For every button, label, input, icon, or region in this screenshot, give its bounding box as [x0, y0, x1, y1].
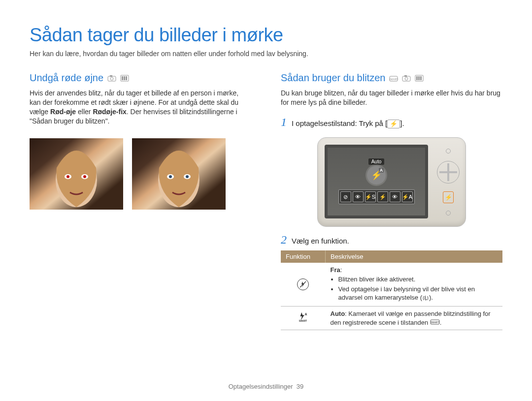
flash-opt-slow-icon: ⚡S	[365, 191, 376, 202]
flash-button-icon: ⚡	[387, 120, 400, 128]
flash-off-icon	[297, 278, 309, 290]
indicator-led	[446, 149, 451, 154]
flash-opt-fill-icon: ⚡	[377, 191, 388, 202]
step-1-number: 1	[281, 116, 287, 128]
step-2-text: Vælg en funktion.	[292, 237, 349, 245]
svg-rect-25	[420, 76, 422, 80]
page-title: Sådan tager du billeder i mørke	[30, 25, 502, 46]
svg-point-21	[405, 77, 408, 80]
svg-rect-4	[122, 76, 123, 80]
step-2-number: 2	[281, 234, 287, 246]
flash-opt-auto-icon: ⚡A	[402, 191, 413, 202]
svg-rect-20	[404, 75, 407, 77]
svg-rect-5	[124, 76, 125, 80]
row1-bullet-2: Ved optagelse i lav belysning vil der bl…	[338, 285, 498, 302]
flash-opt-redeye-icon: 👁	[353, 191, 364, 202]
step-1-pre: I optagelsestilstand: Tryk på [	[292, 119, 387, 127]
flash-auto-icon	[367, 166, 386, 185]
table-row: ASMART Auto: Kameraet vil vælge en passe…	[281, 307, 502, 330]
row2-post: .	[440, 319, 442, 326]
left-body-bold-1: Rød-øje	[50, 108, 76, 116]
step-1-post: ].	[400, 119, 404, 127]
right-body: Du kan bruge blitzen, når du tager bille…	[281, 89, 502, 107]
row1-b2-pre: Ved optagelse i lav belysning vil der bl…	[338, 285, 475, 302]
dpad	[437, 161, 460, 184]
svg-text:SMART: SMART	[299, 320, 307, 322]
svg-point-11	[83, 175, 86, 178]
function-table: Funktion Beskrivelse Fra:	[281, 250, 502, 330]
svg-text:SMART: SMART	[431, 321, 439, 324]
left-heading-text: Undgå røde øjne	[30, 72, 103, 84]
page-footer: Optagelsesindstillinger 39	[0, 383, 532, 390]
intro-text: Her kan du lære, hvordan du tager billed…	[30, 50, 502, 58]
left-body-bold-2: Rødøje-fix	[93, 108, 126, 116]
step-2: 2 Vælg en funktion.	[281, 234, 502, 246]
row1-b2-post: ).	[429, 294, 433, 301]
right-column: Sådan bruger du blitzen SMART Du kan bru…	[281, 72, 502, 330]
row2-text: : Kameraet vil vælge en passende blitzin…	[331, 310, 491, 326]
left-body: Hvis der anvendes blitz, når du tager et…	[30, 89, 251, 126]
step-1-text: I optagelsestilstand: Tryk på [⚡].	[292, 119, 404, 128]
scene-mode-icon	[415, 75, 424, 82]
flash-option-row: ⊘ 👁 ⚡S ⚡ 👁 ⚡A	[338, 189, 415, 204]
svg-rect-23	[416, 76, 418, 80]
th-description: Beskrivelse	[326, 250, 503, 263]
th-function: Funktion	[281, 250, 326, 263]
camera-mode-icon	[107, 75, 116, 82]
left-column: Undgå røde øjne Hvis der anvendes blitz,…	[30, 72, 251, 330]
example-photos	[30, 138, 251, 210]
photo-fixed	[132, 138, 226, 210]
camera-screen: Auto ⊘ 👁 ⚡S ⚡ 👁 ⚡A	[325, 145, 428, 218]
screen-auto-label: Auto	[368, 158, 385, 165]
svg-point-15	[169, 175, 172, 178]
table-row: Fra: Blitzen bliver ikke aktiveret. Ved …	[281, 263, 502, 307]
smart-mode-icon: SMART	[389, 75, 398, 82]
footer-page-number: 39	[297, 383, 303, 390]
footer-section: Optagelsesindstillinger	[229, 383, 293, 390]
svg-line-26	[300, 281, 306, 287]
row1-title: Fra	[331, 266, 340, 274]
camera-shake-icon	[422, 295, 429, 302]
right-heading: Sådan bruger du blitzen SMART	[281, 72, 502, 84]
svg-rect-6	[126, 76, 127, 80]
smart-mode-inline-icon: SMART	[430, 319, 440, 327]
svg-point-10	[66, 175, 69, 178]
row2-title: Auto	[331, 310, 345, 317]
row1-bullet-1: Blitzen bliver ikke aktiveret.	[338, 275, 498, 284]
left-body-seg-2: eller	[76, 108, 93, 116]
svg-rect-24	[418, 76, 420, 80]
camera-mode-icon	[402, 75, 411, 82]
svg-text:SMART: SMART	[389, 78, 398, 81]
flash-hard-button: ⚡	[443, 191, 454, 203]
step-1: 1 I optagelsestilstand: Tryk på [⚡].	[281, 116, 502, 128]
button-dot	[446, 211, 451, 216]
flash-opt-redeyefix-icon: 👁	[390, 191, 400, 202]
photo-red-eye	[30, 138, 123, 210]
right-heading-text: Sådan bruger du blitzen	[281, 72, 385, 84]
svg-text:A: A	[305, 312, 307, 316]
svg-rect-1	[110, 75, 112, 77]
svg-point-16	[186, 175, 189, 178]
flash-auto-smart-icon: ASMART	[298, 311, 308, 322]
scene-mode-icon	[120, 75, 129, 82]
camera-illustration: Auto ⊘ 👁 ⚡S ⚡ 👁 ⚡A	[317, 137, 466, 227]
svg-point-2	[110, 77, 113, 80]
left-heading: Undgå røde øjne	[30, 72, 251, 84]
flash-opt-off-icon: ⊘	[340, 191, 351, 202]
